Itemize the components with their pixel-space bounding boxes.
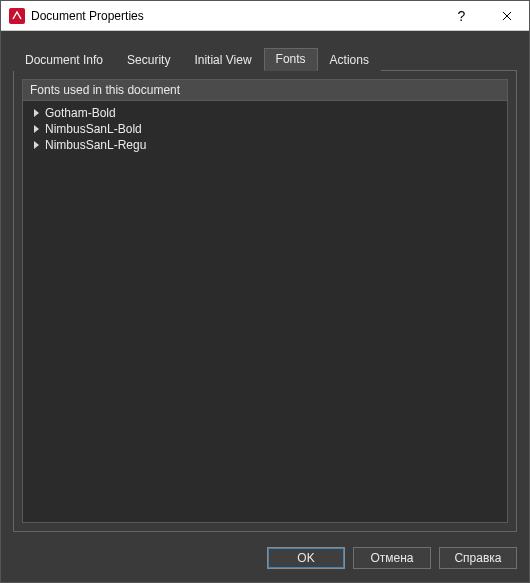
button-row: OK Отмена Справка (1, 544, 529, 582)
tab-document-info[interactable]: Document Info (13, 49, 115, 71)
font-item[interactable]: NimbusSanL-Regu (23, 137, 507, 153)
help-dialog-button[interactable]: Справка (439, 547, 517, 569)
client-area: Document Info Security Initial View Font… (1, 31, 529, 544)
title-bar: Document Properties ? (1, 1, 529, 31)
button-label: OK (297, 551, 314, 565)
help-button[interactable]: ? (439, 1, 484, 31)
font-name: NimbusSanL-Bold (45, 122, 142, 136)
expand-icon[interactable] (29, 106, 43, 120)
dialog-window: Document Properties ? Document Info Secu… (0, 0, 530, 583)
button-label: Отмена (370, 551, 413, 565)
tab-initial-view[interactable]: Initial View (182, 49, 263, 71)
font-item[interactable]: NimbusSanL-Bold (23, 121, 507, 137)
tab-label: Actions (330, 53, 369, 67)
font-name: Gotham-Bold (45, 106, 116, 120)
app-icon (9, 8, 25, 24)
font-list[interactable]: Gotham-Bold NimbusSanL-Bold NimbusSanL-R… (22, 100, 508, 523)
tab-fonts[interactable]: Fonts (264, 48, 318, 71)
tab-label: Security (127, 53, 170, 67)
fonts-panel: Fonts used in this document Gotham-Bold … (13, 70, 517, 532)
cancel-button[interactable]: Отмена (353, 547, 431, 569)
tab-security[interactable]: Security (115, 49, 182, 71)
expand-icon[interactable] (29, 138, 43, 152)
tab-label: Document Info (25, 53, 103, 67)
panel-header: Fonts used in this document (22, 79, 508, 100)
tab-actions[interactable]: Actions (318, 49, 381, 71)
close-icon (502, 11, 512, 21)
window-title: Document Properties (31, 9, 144, 23)
tab-label: Fonts (276, 52, 306, 66)
close-button[interactable] (484, 1, 529, 31)
button-label: Справка (454, 551, 501, 565)
help-icon: ? (458, 8, 466, 24)
tab-label: Initial View (194, 53, 251, 67)
tab-strip: Document Info Security Initial View Font… (13, 47, 517, 70)
expand-icon[interactable] (29, 122, 43, 136)
font-item[interactable]: Gotham-Bold (23, 105, 507, 121)
font-name: NimbusSanL-Regu (45, 138, 146, 152)
ok-button[interactable]: OK (267, 547, 345, 569)
